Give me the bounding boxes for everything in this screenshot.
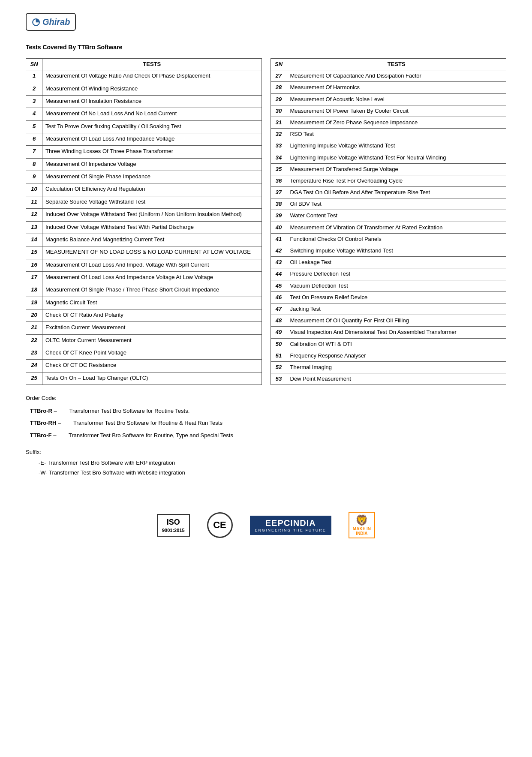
sn-cell: 39 xyxy=(271,210,287,222)
table-row: 24Check Of CT DC Resistance xyxy=(26,360,262,372)
left-table: SN TESTS 1Measurement Of Voltage Ratio A… xyxy=(26,58,262,385)
table-row: 4Measurement Of No Load Loss And No Load… xyxy=(26,108,262,120)
test-cell: Measurement Of Transferred Surge Voltage xyxy=(287,163,506,175)
test-cell: Calculation Of Efficiency And Regulation xyxy=(42,183,262,196)
sn-cell: 2 xyxy=(26,83,42,95)
table-row: 52Thermal Imaging xyxy=(271,361,506,373)
sn-cell: 6 xyxy=(26,133,42,145)
test-cell: Lightening Impulse Voltage Withstand Tes… xyxy=(287,152,506,163)
test-cell: Measurement Of Single Phase / Three Phas… xyxy=(42,284,262,297)
sn-cell: 45 xyxy=(271,280,287,291)
test-cell: Excitation Current Measurement xyxy=(42,322,262,334)
make-india-logo: 🦁 MAKE IN INDIA xyxy=(349,512,375,538)
footer-logos: ISO 9001:2015 CE EEPCINDIA ENGINEERING T… xyxy=(26,503,506,538)
sn-cell: 25 xyxy=(26,372,42,385)
sn-cell: 36 xyxy=(271,175,287,186)
sn-cell: 15 xyxy=(26,246,42,259)
test-cell: Induced Over Voltage Withstand Test With… xyxy=(42,221,262,234)
order-code: TTBro-RH xyxy=(30,420,56,426)
table-row: 47Jacking Test xyxy=(271,303,506,315)
test-cell: Separate Source Voltage Withstand Test xyxy=(42,196,262,208)
tables-wrapper: SN TESTS 1Measurement Of Voltage Ratio A… xyxy=(26,58,506,385)
table-row: 16Measurement Of Load Loss And Imped. Vo… xyxy=(26,259,262,271)
right-table-sn-header: SN xyxy=(271,59,287,70)
table-row: 5Test To Prove Over fluxing Capability /… xyxy=(26,120,262,133)
table-row: 6Measurement Of Load Loss And Impedance … xyxy=(26,133,262,145)
table-row: 33Lightening Impulse Voltage Withstand T… xyxy=(271,140,506,152)
sn-cell: 8 xyxy=(26,158,42,171)
table-row: 19Magnetic Circuit Test xyxy=(26,297,262,309)
ce-badge: CE xyxy=(207,512,233,538)
test-cell: MEASUREMENT OF NO LOAD LOSS & NO LOAD CU… xyxy=(42,246,262,259)
order-item: TTBro-F – Transformer Test Bro Software … xyxy=(30,431,506,440)
sn-cell: 18 xyxy=(26,284,42,297)
eepc-small-text: ENGINEERING THE FUTURE xyxy=(255,528,326,532)
test-cell: Switching Impulse Voltage Withstand Test xyxy=(287,245,506,257)
table-row: 15MEASUREMENT OF NO LOAD LOSS & NO LOAD … xyxy=(26,246,262,259)
test-cell: Visual Inspection And Dimensional Test O… xyxy=(287,327,506,338)
table-row: 14Magnetic Balance And Magnetizing Curre… xyxy=(26,234,262,246)
table-row: 50Calibration Of WTI & OTI xyxy=(271,338,506,350)
iso-year: 9001:2015 xyxy=(162,527,185,533)
sn-cell: 21 xyxy=(26,322,42,334)
test-cell: Measurement Of Load Loss And Imped. Volt… xyxy=(42,259,262,271)
logo-text: Ghirab xyxy=(42,17,70,27)
table-row: 8Measurement Of Impedance Voltage xyxy=(26,158,262,171)
sn-cell: 30 xyxy=(271,105,287,117)
order-code: TTBro-R xyxy=(30,408,52,414)
table-row: 28Measurement Of Harmonics xyxy=(271,82,506,93)
sn-cell: 32 xyxy=(271,129,287,140)
table-row: 39Water Content Test xyxy=(271,210,506,222)
test-cell: Measurement Of Capacitance And Dissipati… xyxy=(287,70,506,82)
order-item: TTBro-R – Transformer Test Bro Software … xyxy=(30,406,506,416)
table-row: 49Visual Inspection And Dimensional Test… xyxy=(271,327,506,338)
sn-cell: 10 xyxy=(26,183,42,196)
table-row: 36Temperature Rise Test For Overloading … xyxy=(271,175,506,186)
test-cell: Tests On On – Load Tap Changer (OLTC) xyxy=(42,372,262,385)
suffix-item: -E- Transformer Test Bro Software with E… xyxy=(39,458,506,468)
sn-cell: 50 xyxy=(271,338,287,350)
sn-cell: 27 xyxy=(271,70,287,82)
table-row: 1Measurement Of Voltage Ratio And Check … xyxy=(26,70,262,83)
test-cell: Water Content Test xyxy=(287,210,506,222)
sn-cell: 41 xyxy=(271,233,287,245)
test-cell: Dew Point Measurement xyxy=(287,373,506,385)
table-row: 17Measurement Of Load Loss And Impedance… xyxy=(26,271,262,284)
left-table-sn-header: SN xyxy=(26,59,42,70)
table-row: 40Measurement Of Vibration Of Transforme… xyxy=(271,222,506,233)
sn-cell: 20 xyxy=(26,309,42,322)
table-row: 53Dew Point Measurement xyxy=(271,373,506,385)
test-cell: Jacking Test xyxy=(287,303,506,315)
test-cell: Measurement Of Load Loss And Impedance V… xyxy=(42,271,262,284)
sn-cell: 43 xyxy=(271,257,287,268)
iso-logo: ISO 9001:2015 xyxy=(157,514,190,537)
order-code-label: Order Code: xyxy=(26,394,506,403)
test-cell: Three Winding Losses Of Three Phase Tran… xyxy=(42,146,262,158)
test-cell: OLTC Motor Current Measurement xyxy=(42,334,262,347)
sn-cell: 9 xyxy=(26,171,42,183)
sn-cell: 49 xyxy=(271,327,287,338)
order-item: TTBro-RH – Transformer Test Bro Software… xyxy=(30,418,506,428)
sn-cell: 29 xyxy=(271,93,287,105)
table-row: 31Measurement Of Zero Phase Sequence Imp… xyxy=(271,117,506,128)
sn-cell: 44 xyxy=(271,268,287,280)
test-cell: Measurement Of Harmonics xyxy=(287,82,506,93)
test-cell: Measurement Of No Load Loss And No Load … xyxy=(42,108,262,120)
suffix-section: Suffix: -E- Transformer Test Bro Softwar… xyxy=(26,449,506,478)
sn-cell: 22 xyxy=(26,334,42,347)
test-cell: Vacuum Deflection Test xyxy=(287,280,506,291)
table-row: 18Measurement Of Single Phase / Three Ph… xyxy=(26,284,262,297)
test-cell: Measurement Of Zero Phase Sequence Imped… xyxy=(287,117,506,128)
logo-area: ◔ Ghirab xyxy=(26,13,506,31)
table-row: 46Test On Pressure Relief Device xyxy=(271,291,506,303)
test-cell: Magnetic Circuit Test xyxy=(42,297,262,309)
test-cell: Check Of CT DC Resistance xyxy=(42,360,262,372)
sn-cell: 28 xyxy=(271,82,287,93)
test-cell: Measurement Of Power Taken By Cooler Cir… xyxy=(287,105,506,117)
eepc-logo: EEPCINDIA ENGINEERING THE FUTURE xyxy=(250,516,331,535)
table-row: 2Measurement Of Winding Resistance xyxy=(26,83,262,95)
test-cell: Measurement Of Acoustic Noise Level xyxy=(287,93,506,105)
table-row: 37DGA Test On Oil Before And After Tempe… xyxy=(271,187,506,198)
left-table-tests-header: TESTS xyxy=(42,59,262,70)
sn-cell: 24 xyxy=(26,360,42,372)
